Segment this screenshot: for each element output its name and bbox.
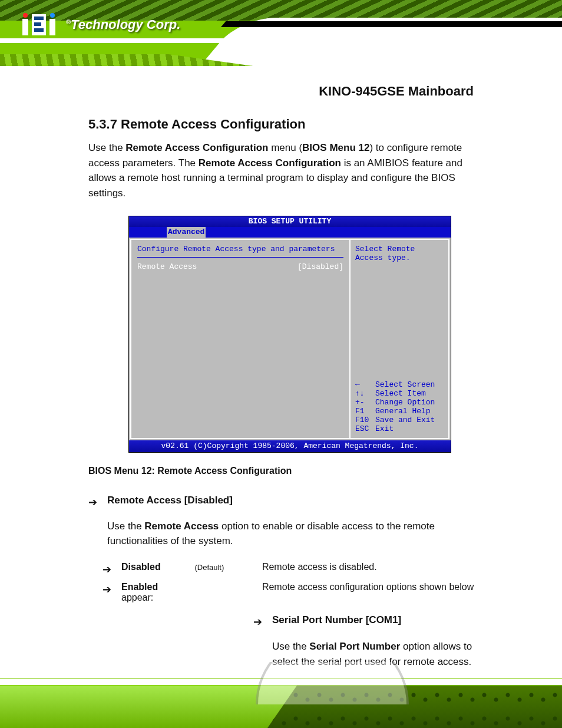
bios-key: ↑↓ <box>355 389 375 398</box>
svg-rect-4 <box>34 17 44 20</box>
bios-key-item: ESCExit <box>355 424 444 433</box>
bios-key-desc: Exit <box>375 424 394 433</box>
footer-banner <box>0 657 562 728</box>
bios-key: F10 <box>355 416 375 424</box>
option-body: Use the Remote Access option to enable o… <box>107 519 491 549</box>
option-value-tag: (Default) <box>194 563 259 572</box>
svg-point-8 <box>50 13 55 18</box>
page-content: KINO-945GSE Mainboard 5.3.7 Remote Acces… <box>0 66 562 669</box>
serial-port-block: ➔ Serial Port Number [COM1] <box>253 612 491 628</box>
footer-curve <box>256 657 409 704</box>
bios-key: +- <box>355 398 375 407</box>
bios-help-text: Select Remote Access type. <box>355 245 444 262</box>
option-body-pre: Use the <box>107 521 144 532</box>
serial-port-bold: Serial Port Number <box>309 641 400 652</box>
bios-key: ESC <box>355 424 375 433</box>
option-value-label: Disabled <box>121 562 192 572</box>
product-title: KINO-945GSE Mainboard <box>88 84 474 99</box>
brand-logo-block: ®Technology Corp. <box>21 13 180 37</box>
svg-rect-7 <box>49 19 55 35</box>
arrow-icon: ➔ <box>253 614 262 630</box>
intro-paragraph: Use the Remote Access Configuration menu… <box>88 140 491 200</box>
bios-key-item: ←Select Screen <box>355 380 444 389</box>
intro-menu-ref: Remote Access Configuration <box>125 142 268 153</box>
serial-port-pre: Use the <box>272 641 309 652</box>
bios-right-pane: Select Remote Access type. ←Select Scree… <box>349 239 449 439</box>
option-value-row: ➔ Disabled (Default) Remote access is di… <box>88 562 491 572</box>
option-heading: Remote Access [Disabled] <box>107 493 491 508</box>
bios-key-desc: Select Screen <box>375 380 435 389</box>
svg-rect-6 <box>34 28 44 32</box>
bios-setting-value: [Disabled] <box>297 262 343 271</box>
svg-point-2 <box>23 13 28 18</box>
svg-rect-5 <box>34 22 41 26</box>
svg-rect-1 <box>22 19 28 35</box>
registered-mark: ® <box>66 18 71 25</box>
iei-logo-icon <box>21 13 59 37</box>
intro-mid1: menu ( <box>268 142 302 153</box>
option-body-bold: Remote Access <box>144 521 219 532</box>
option-value-row: ➔ Enabled Remote access configuration op… <box>88 582 491 603</box>
figure-caption: BIOS Menu 12: Remote Access Configuratio… <box>88 466 491 476</box>
bios-key: ← <box>355 380 375 389</box>
brand-text: ®Technology Corp. <box>66 17 180 32</box>
bios-body: Configure Remote Access type and paramet… <box>129 238 451 440</box>
section-heading: 5.3.7 Remote Access Configuration <box>88 117 491 132</box>
bios-key-desc: Select Item <box>375 389 426 398</box>
bios-left-pane: Configure Remote Access type and paramet… <box>130 239 349 439</box>
bios-screenshot: BIOS SETUP UTILITY Advanced Configure Re… <box>128 216 451 453</box>
brand-name: Technology Corp. <box>71 17 180 32</box>
option-value-label: Enabled <box>121 582 192 592</box>
bios-footer: v02.61 (C)Copyright 1985-2006, American … <box>129 440 451 452</box>
bios-setting-row[interactable]: Remote Access [Disabled] <box>137 262 343 271</box>
bios-setting-label: Remote Access <box>137 262 297 271</box>
intro-fig-ref: BIOS Menu 12 <box>302 142 369 153</box>
intro-pre: Use the <box>88 142 125 153</box>
bios-key-desc: Change Option <box>375 398 435 407</box>
bios-key-desc: Save and Exit <box>375 416 435 424</box>
bios-title-bar: BIOS SETUP UTILITY <box>129 216 451 227</box>
option-block: ➔ Remote Access [Disabled] Use the Remot… <box>88 493 491 549</box>
bios-key-item: F10Save and Exit <box>355 416 444 424</box>
bios-key-desc: General Help <box>375 407 431 416</box>
bios-key-list: ←Select Screen ↑↓Select Item +-Change Op… <box>355 380 444 433</box>
bios-key-item: F1General Help <box>355 407 444 416</box>
intro-menu-ref2: Remote Access Configuration <box>199 157 341 169</box>
arrow-icon: ➔ <box>103 583 111 596</box>
bios-menu-bar: Advanced <box>129 227 451 238</box>
bios-key: F1 <box>355 407 375 416</box>
bios-key-item: ↑↓Select Item <box>355 389 444 398</box>
header-banner: ®Technology Corp. <box>0 0 562 66</box>
bios-divider <box>137 257 343 258</box>
option-value-desc: Remote access is disabled. <box>262 562 377 572</box>
bios-key-item: +-Change Option <box>355 398 444 407</box>
serial-port-heading: Serial Port Number [COM1] <box>272 612 491 628</box>
header-swoosh <box>200 18 562 66</box>
arrow-icon: ➔ <box>103 563 111 576</box>
arrow-icon: ➔ <box>88 495 97 510</box>
bios-active-tab[interactable]: Advanced <box>167 227 206 238</box>
bios-left-heading: Configure Remote Access type and paramet… <box>137 245 343 253</box>
